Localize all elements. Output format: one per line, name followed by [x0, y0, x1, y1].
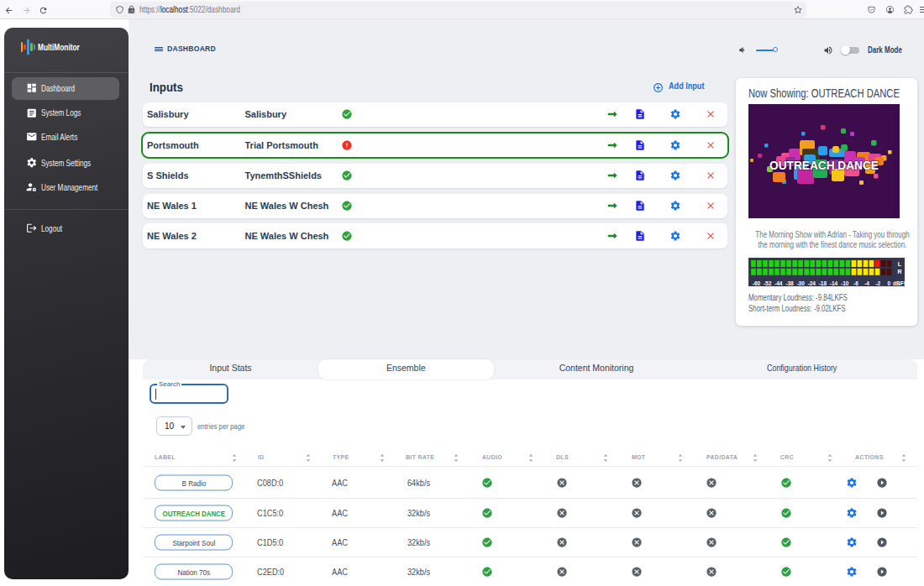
svg-text:R: R — [897, 269, 901, 275]
svg-text:-24: -24 — [807, 280, 816, 286]
svg-text:-10: -10 — [840, 280, 848, 286]
svg-text:L: L — [897, 261, 901, 267]
svg-text:dBFS: dBFS — [893, 280, 905, 286]
svg-text:-6: -6 — [853, 280, 858, 286]
svg-text:-4: -4 — [864, 280, 869, 286]
svg-text:-2: -2 — [875, 280, 880, 286]
svg-text:0: 0 — [887, 280, 890, 286]
svg-text:-30: -30 — [796, 280, 805, 286]
svg-text:-44: -44 — [774, 280, 783, 286]
svg-text:OUTREACH DANCE: OUTREACH DANCE — [769, 159, 879, 172]
svg-text:-38: -38 — [785, 280, 794, 286]
svg-text:-18: -18 — [818, 280, 827, 286]
svg-text:-14: -14 — [829, 280, 837, 286]
svg-text:-60: -60 — [752, 280, 760, 286]
svg-text:-52: -52 — [763, 280, 771, 286]
